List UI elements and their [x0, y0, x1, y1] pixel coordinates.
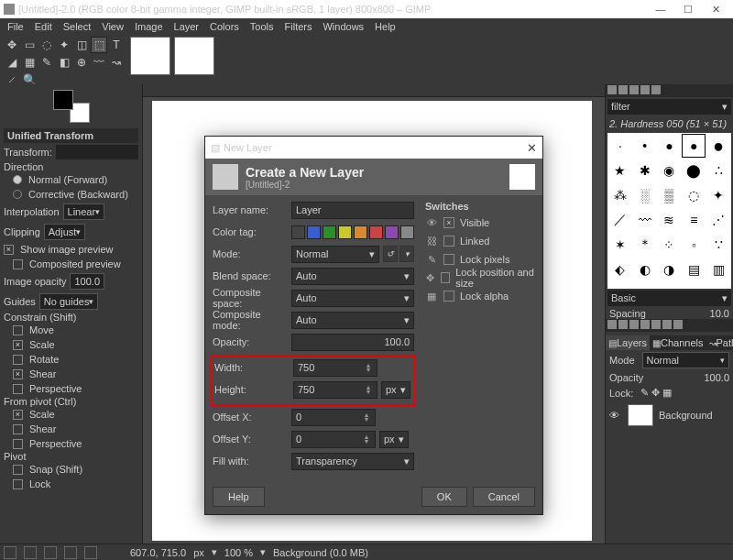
tool-fuzzy-select[interactable]: ✦: [56, 37, 72, 53]
chk-show-preview[interactable]: [4, 245, 14, 255]
sb-icon[interactable]: [4, 546, 16, 559]
sb-icon[interactable]: [24, 546, 37, 559]
layer-row-background[interactable]: 👁 Background: [606, 401, 733, 430]
menu-edit[interactable]: Edit: [29, 19, 58, 34]
tab-layers[interactable]: ▤Layers: [606, 335, 650, 350]
mode-reset-icon[interactable]: ↺: [383, 246, 398, 262]
dialog-close-icon[interactable]: ✕: [527, 141, 537, 155]
chk-move[interactable]: [13, 325, 23, 335]
interpolation-select[interactable]: Linear▾: [63, 203, 105, 220]
brush-filter[interactable]: filter▾: [607, 99, 731, 115]
sb-icon[interactable]: [64, 546, 77, 559]
chk-composited[interactable]: [13, 259, 23, 269]
radio-corrective[interactable]: [13, 190, 22, 199]
dialog-header: Create a New Layer: [246, 165, 364, 180]
status-bar: 607.0, 715.0 px▾ 100 %▾ Background (0.0 …: [0, 544, 733, 560]
tool-free-select[interactable]: ◌: [38, 37, 55, 53]
brushes-grid[interactable]: ·•●●● ★✱◉⬤∴ ⁂░▒◌✦ ／〰≋≡⋰ ✶＊⁘◦∵ ⬖◐◑▤▥: [607, 133, 731, 289]
brush-actions[interactable]: [606, 319, 733, 332]
chk-perspective[interactable]: [13, 384, 23, 394]
menu-file[interactable]: File: [2, 19, 29, 34]
help-button[interactable]: Help: [213, 487, 265, 507]
tab-channels[interactable]: ▦Channels: [650, 335, 706, 350]
chk-visible[interactable]: ×: [443, 217, 454, 228]
image-opacity-field[interactable]: 100.0: [70, 273, 104, 290]
window-titlebar: [Untitled]-2.0 (RGB color 8-bit gamma in…: [0, 0, 733, 18]
tool-path[interactable]: ↝: [108, 54, 125, 71]
menu-view[interactable]: View: [96, 19, 129, 34]
ok-button[interactable]: OK: [421, 487, 467, 507]
size-unit-select[interactable]: px▾: [381, 381, 410, 399]
dock-tabs[interactable]: [606, 84, 733, 97]
tool-bucket[interactable]: ◢: [4, 54, 20, 71]
image-tab-1[interactable]: [130, 37, 170, 75]
cancel-button[interactable]: Cancel: [473, 487, 535, 507]
opacity-input[interactable]: 100.0: [291, 334, 414, 351]
sb-icon[interactable]: [84, 546, 97, 559]
guides-select[interactable]: No guides▾: [39, 293, 99, 310]
color-tag-picker[interactable]: [291, 225, 414, 239]
image-tab-2[interactable]: [174, 37, 214, 75]
fill-with-select[interactable]: Transparency▾: [291, 453, 414, 470]
chk-ppersp[interactable]: [13, 439, 23, 449]
minimize-button[interactable]: —: [647, 4, 674, 15]
chk-snap[interactable]: [13, 465, 23, 475]
layer-name-input[interactable]: Layer: [291, 202, 414, 219]
tool-smudge[interactable]: 〰: [91, 54, 107, 71]
tab-paths[interactable]: ↝Paths: [706, 335, 733, 350]
tool-crop[interactable]: ◫: [73, 37, 90, 53]
tool-rect-select[interactable]: ▭: [21, 37, 38, 53]
maximize-button[interactable]: ☐: [674, 4, 702, 16]
close-button[interactable]: ✕: [702, 4, 729, 16]
status-unit[interactable]: px: [193, 547, 204, 558]
layer-mode-select[interactable]: Normal▾: [642, 352, 729, 368]
sb-icon[interactable]: [44, 546, 57, 559]
menu-filters[interactable]: Filters: [279, 19, 318, 34]
mode-menu-icon[interactable]: ▾: [399, 246, 414, 262]
tool-clone[interactable]: ⊕: [73, 54, 90, 71]
offset-x-input[interactable]: 0▴▾: [291, 409, 376, 426]
dialog-titlebar[interactable]: ▧ New Layer ✕: [205, 137, 542, 159]
chk-lock[interactable]: [13, 479, 23, 489]
tool-text[interactable]: T: [108, 37, 125, 53]
fg-bg-colors[interactable]: [53, 90, 90, 123]
alpha-icon: ▦: [425, 291, 438, 302]
chk-lock-position[interactable]: [441, 272, 450, 283]
visibility-icon[interactable]: 👁: [609, 410, 622, 421]
radio-normal[interactable]: [13, 175, 22, 184]
tool-eraser[interactable]: ◧: [56, 54, 72, 71]
tool-transform[interactable]: ⬚: [91, 37, 107, 53]
clipping-select[interactable]: Adjust▾: [44, 224, 86, 240]
menu-layer[interactable]: Layer: [169, 19, 205, 34]
link-icon: ⛓: [425, 236, 438, 247]
menu-windows[interactable]: Windows: [317, 19, 369, 34]
chk-rotate[interactable]: [13, 355, 23, 365]
brush-basic[interactable]: Basic▾: [607, 291, 731, 306]
width-input[interactable]: 750▴▾: [293, 359, 377, 377]
chk-linked[interactable]: [443, 236, 454, 247]
chk-lock-alpha[interactable]: [443, 291, 454, 302]
composite-mode-select[interactable]: Auto▾: [291, 312, 414, 329]
chk-lock-pixels[interactable]: [443, 254, 454, 265]
mode-select[interactable]: Normal▾: [291, 246, 379, 263]
menu-tools[interactable]: Tools: [245, 19, 279, 34]
layer-name: Background: [659, 410, 713, 421]
height-input[interactable]: 750▴▾: [293, 381, 377, 399]
chk-pscale[interactable]: [13, 410, 23, 420]
offset-unit-select[interactable]: px▾: [379, 431, 409, 448]
menu-help[interactable]: Help: [369, 19, 401, 34]
menu-image[interactable]: Image: [129, 19, 169, 34]
chk-shear[interactable]: [13, 369, 23, 379]
composite-space-select[interactable]: Auto▾: [291, 290, 414, 307]
window-title: [Untitled]-2.0 (RGB color 8-bit gamma in…: [18, 4, 431, 15]
menu-select[interactable]: Select: [58, 19, 97, 34]
chk-scale[interactable]: [13, 340, 23, 350]
menu-colors[interactable]: Colors: [204, 19, 245, 34]
tool-gradient[interactable]: ▦: [21, 54, 38, 71]
chk-pshear[interactable]: [13, 424, 23, 434]
status-zoom[interactable]: 100 %: [224, 547, 253, 558]
tool-pencil[interactable]: ✎: [38, 54, 55, 71]
tool-move[interactable]: ✥: [4, 37, 20, 53]
offset-y-input[interactable]: 0▴▾: [291, 431, 376, 448]
transform-target[interactable]: [56, 145, 138, 159]
